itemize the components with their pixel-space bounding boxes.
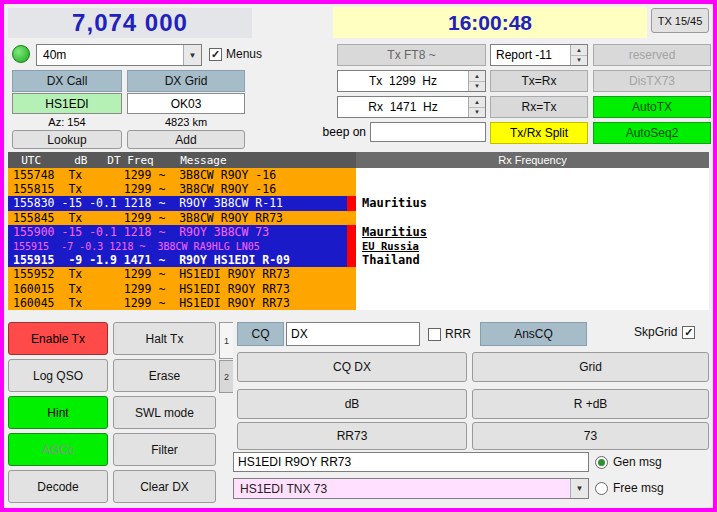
decode-row[interactable]: 155748 Tx 1299 ~ 3B8CW R9OY -16 bbox=[8, 168, 709, 182]
checkbox bbox=[428, 328, 441, 341]
decode-row[interactable]: 155900 -15 -0.1 1218 ~ R9OY 3B8CW 73 Mau… bbox=[8, 225, 709, 239]
country-label: Mauritius bbox=[356, 225, 427, 239]
auto-seq-button[interactable]: AutoSeq2 bbox=[593, 122, 711, 144]
erase-button[interactable]: Erase bbox=[113, 359, 216, 392]
free-msg-value: HS1EDI TNX 73 bbox=[234, 479, 570, 498]
txrx-split-button[interactable]: Tx/Rx Split bbox=[490, 122, 588, 144]
dx-input[interactable] bbox=[286, 322, 420, 346]
rx-freq-spinner[interactable]: Rx 1471 Hz ▲ ▼ bbox=[337, 96, 486, 118]
chevron-down-icon[interactable]: ▼ bbox=[183, 45, 201, 65]
country-label: Thailand bbox=[356, 253, 420, 267]
db-button[interactable]: dB bbox=[237, 389, 467, 419]
row-marker bbox=[347, 282, 356, 296]
swl-mode-button[interactable]: SWL mode bbox=[113, 396, 216, 429]
tab-2[interactable]: 2 bbox=[219, 360, 233, 393]
seventy-three-button[interactable]: 73 bbox=[472, 422, 709, 450]
lookup-button[interactable]: Lookup bbox=[12, 130, 122, 149]
band-combo[interactable]: 40m ▼ bbox=[36, 44, 202, 66]
dx-grid-field[interactable]: OK03 bbox=[127, 93, 245, 114]
tx-mode-button[interactable]: Tx FT8 ~ bbox=[337, 44, 486, 66]
spin-down-icon[interactable]: ▼ bbox=[469, 108, 485, 118]
cq-dx-button[interactable]: CQ DX bbox=[237, 352, 467, 382]
dis-tx73-button[interactable]: DisTX73 bbox=[593, 70, 711, 92]
beep-label: beep on bbox=[304, 124, 366, 140]
free-msg-label: Free msg bbox=[613, 481, 664, 495]
spin-up-icon[interactable]: ▲ bbox=[469, 71, 485, 82]
azimuth-label: Az: 154 bbox=[12, 115, 122, 129]
dial-frequency-display: 7,074 000 bbox=[8, 8, 252, 38]
spin-up-icon[interactable]: ▲ bbox=[571, 45, 587, 56]
decode-row[interactable]: 155915 -7 -0.3 1218 ~ 3B8CW RA9HLG LN05 … bbox=[8, 239, 709, 253]
gen-msg-input[interactable] bbox=[233, 452, 589, 472]
decode-table-header-left: UTC dB DT Freq Message bbox=[8, 152, 356, 168]
decode-row[interactable]: 155830 -15 -0.1 1218 ~ R9OY 3B8CW R-11 M… bbox=[8, 196, 709, 210]
jtdx-main-window: 7,074 000 16:00:48 TX 15/45 40m ▼ ✓ Menu… bbox=[0, 0, 717, 512]
rrr-label: RRR bbox=[445, 327, 471, 341]
menus-checkbox[interactable]: ✓ Menus bbox=[209, 47, 262, 61]
decode-row[interactable]: 155915 -9 -1.9 1471 ~ R9OY HS1EDI R-09 T… bbox=[8, 253, 709, 267]
free-msg-radio[interactable]: Free msg bbox=[595, 481, 664, 495]
rx-eq-tx-button[interactable]: Rx=Tx bbox=[490, 96, 588, 118]
reserved-button[interactable]: reserved bbox=[593, 44, 711, 66]
decode-row[interactable]: 155815 Tx 1299 ~ 3B8CW R9OY -16 bbox=[8, 182, 709, 196]
menus-label: Menus bbox=[226, 47, 262, 61]
beep-input[interactable] bbox=[370, 122, 486, 142]
grid-button[interactable]: Grid bbox=[472, 352, 709, 382]
spin-down-icon[interactable]: ▼ bbox=[469, 82, 485, 92]
row-marker bbox=[347, 296, 356, 310]
band-combo-value: 40m bbox=[37, 45, 183, 65]
tx-freq-spinner[interactable]: Tx 1299 Hz ▲ ▼ bbox=[337, 70, 486, 92]
free-msg-combo[interactable]: HS1EDI TNX 73 ▼ bbox=[233, 478, 589, 499]
checkbox-check-icon: ✓ bbox=[682, 326, 695, 339]
gen-msg-label: Gen msg bbox=[613, 455, 662, 469]
cq-button[interactable]: CQ bbox=[237, 322, 284, 346]
gen-msg-radio[interactable]: Gen msg bbox=[595, 455, 662, 469]
rrr-checkbox[interactable]: RRR bbox=[428, 327, 471, 341]
rr73-button[interactable]: RR73 bbox=[237, 422, 467, 450]
spin-down-icon[interactable]: ▼ bbox=[571, 56, 587, 66]
tx-freq-value: Tx 1299 Hz bbox=[338, 71, 468, 91]
add-button[interactable]: Add bbox=[127, 130, 245, 149]
spin-up-icon[interactable]: ▲ bbox=[469, 97, 485, 108]
clear-dx-button[interactable]: Clear DX bbox=[113, 470, 216, 503]
row-marker bbox=[347, 211, 356, 225]
skp-grid-checkbox[interactable]: SkpGrid ✓ bbox=[634, 325, 695, 339]
report-value: Report -11 bbox=[491, 45, 570, 65]
decode-table: 155748 Tx 1299 ~ 3B8CW R9OY -16 155815 T… bbox=[8, 168, 709, 310]
agcc-button[interactable]: AGCc bbox=[8, 433, 108, 466]
ans-cq-button[interactable]: AnsCQ bbox=[480, 322, 587, 346]
filter-button[interactable]: Filter bbox=[113, 433, 216, 466]
rx-freq-value: Rx 1471 Hz bbox=[338, 97, 468, 117]
auto-tx-button[interactable]: AutoTX bbox=[593, 96, 711, 118]
tx-eq-rx-button[interactable]: Tx=Rx bbox=[490, 70, 588, 92]
decode-button[interactable]: Decode bbox=[8, 470, 108, 503]
report-spinner[interactable]: Report -11 ▲ ▼ bbox=[490, 44, 588, 66]
checkbox-check-icon: ✓ bbox=[209, 48, 222, 61]
decode-row[interactable]: 160045 Tx 1299 ~ HS1EDI R9OY RR73 bbox=[8, 296, 709, 310]
log-qso-button[interactable]: Log QSO bbox=[8, 359, 108, 392]
decode-row[interactable]: 155845 Tx 1299 ~ 3B8CW R9OY RR73 bbox=[8, 211, 709, 225]
radio-icon bbox=[595, 482, 608, 495]
dx-call-header: DX Call bbox=[12, 70, 122, 92]
dx-grid-header: DX Grid bbox=[127, 70, 245, 92]
utc-clock: 16:00:48 bbox=[333, 7, 647, 38]
hint-button[interactable]: Hint bbox=[8, 396, 108, 429]
enable-tx-button[interactable]: Enable Tx bbox=[8, 322, 108, 355]
red-marker-icon bbox=[347, 196, 356, 210]
tab-1[interactable]: 1 bbox=[219, 322, 233, 359]
decode-row[interactable]: 160015 Tx 1299 ~ HS1EDI R9OY RR73 bbox=[8, 282, 709, 296]
row-marker bbox=[347, 168, 356, 182]
chevron-down-icon[interactable]: ▼ bbox=[570, 479, 588, 498]
tx-watchdog-button[interactable]: TX 15/45 bbox=[651, 8, 709, 33]
country-label: Mauritius bbox=[356, 196, 427, 210]
status-indicator bbox=[12, 45, 30, 63]
row-marker bbox=[347, 267, 356, 281]
decode-row[interactable]: 155952 Tx 1299 ~ HS1EDI R9OY RR73 bbox=[8, 267, 709, 281]
country-label: EU Russia bbox=[356, 240, 419, 252]
dx-call-field[interactable]: HS1EDI bbox=[12, 93, 122, 114]
red-marker-icon bbox=[347, 239, 356, 253]
decode-table-header-right: Rx Frequency bbox=[356, 152, 709, 168]
halt-tx-button[interactable]: Halt Tx bbox=[113, 322, 216, 355]
r-db-button[interactable]: R +dB bbox=[472, 389, 709, 419]
row-marker bbox=[347, 182, 356, 196]
